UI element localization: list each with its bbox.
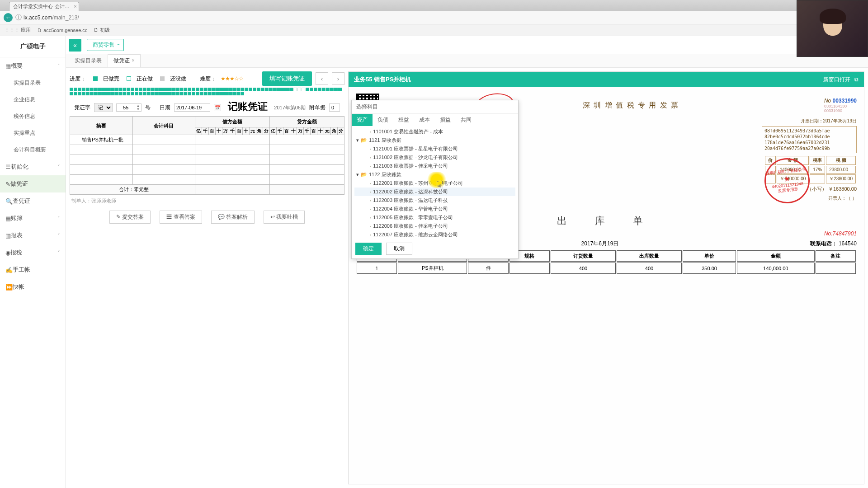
sidebar-sub-catalog[interactable]: 实操目录表 — [0, 75, 66, 91]
picker-tab-liability[interactable]: 负债 — [373, 114, 393, 126]
sidebar: 广硕电子 ▦ 概要˄ 实操目录表 企业信息 税务信息 实操重点 会计科目概要 ☰… — [0, 36, 66, 488]
tree-item[interactable]: ▾📂 1121 应收票据 — [354, 136, 515, 145]
top-bar: « 商贸零售 张师师老师 (SVIP会员) — [66, 36, 868, 54]
voucher-header-form: 凭证字 记 ▲▼ 号 日期 📅 记账凭证 2017年第06期 附单据 — [70, 99, 344, 116]
open-new-window-button[interactable]: 新窗口打开 ⧉ — [823, 76, 859, 84]
total-cell: 合计：零元整 — [70, 185, 195, 195]
tree-item[interactable]: ▪ 1121001 应收票据 - 星星电子有限公司 — [354, 145, 515, 153]
summary-cell[interactable]: 销售PS并柜机一批 — [70, 135, 133, 145]
sidebar-item-taxfile[interactable]: ◉ 报税˅ — [0, 244, 66, 261]
explain-answer-button[interactable]: 💬 答案解析 — [211, 211, 255, 224]
bookmark-bar: ⋮⋮⋮ 应用 🗋 acc5com.gensee.cc 🗋 初级 — [0, 24, 868, 36]
attach-count-input[interactable] — [329, 103, 340, 112]
sidebar-sub-tax[interactable]: 税务信息 — [0, 108, 66, 125]
calendar-icon[interactable]: 📅 — [214, 104, 221, 111]
bookmark-item[interactable]: 🗋 初级 — [94, 27, 110, 33]
business-type-select[interactable]: 商贸零售 — [87, 39, 124, 51]
sidebar-item-overview[interactable]: ▦ 概要˄ — [0, 57, 66, 75]
subject-cell[interactable] — [132, 135, 195, 145]
submit-answer-button[interactable]: ✎ 提交答案 — [109, 211, 151, 224]
sidebar-item-query-voucher[interactable]: 🔍 查凭证 — [0, 192, 66, 210]
tree-item[interactable]: ▪ 1122007 应收账款 - 维志云企网络公司 — [354, 230, 515, 239]
close-icon[interactable]: × — [74, 4, 76, 9]
sidebar-item-init[interactable]: ☰ 初始化˅ — [0, 158, 66, 175]
browser-tab-strip: 会计学堂实操中心-会计… × — [0, 0, 868, 11]
progress-grid — [70, 88, 344, 95]
tree-item[interactable]: ▪ 1122006 应收账款 - 佳采电子公司 — [354, 222, 515, 230]
bookmark-item[interactable]: 🗋 acc5com.gensee.cc — [37, 28, 87, 33]
business-detail-panel: 业务55 销售PS并柜机 新窗口打开 ⧉ 发票联 0301164130 深 圳 … — [348, 71, 864, 484]
tab-catalog[interactable]: 实操目录表 — [69, 54, 108, 67]
chevron-up-icon: ˄ — [57, 63, 60, 69]
sidebar-sub-subjects[interactable]: 会计科目概要 — [0, 141, 66, 158]
webcam-overlay — [797, 0, 868, 57]
fill-voucher-button[interactable]: 填写记账凭证 — [262, 71, 312, 86]
tree-item[interactable]: ▪ 1121002 应收票据 - 沙龙电子有限公司 — [354, 153, 515, 162]
sidebar-item-report[interactable]: ▥ 报表˅ — [0, 227, 66, 244]
confirm-button[interactable]: 确定 — [355, 243, 382, 255]
feedback-button[interactable]: ↩ 我要吐槽 — [264, 211, 305, 224]
cancel-button[interactable]: 取消 — [386, 243, 412, 255]
voucher-date-input[interactable] — [174, 103, 210, 112]
sidebar-sub-keypoints[interactable]: 实操重点 — [0, 125, 66, 141]
voucher-word-select[interactable]: 记 — [94, 103, 113, 112]
spinner-down-icon[interactable]: ▼ — [135, 108, 141, 111]
sidebar-sub-company[interactable]: 企业信息 — [0, 91, 66, 108]
prev-button[interactable]: ‹ — [316, 72, 328, 85]
chevron-down-icon: ˅ — [57, 250, 60, 256]
tab-title: 会计学堂实操中心-会计… — [13, 4, 70, 9]
picker-tab-equity[interactable]: 权益 — [393, 114, 414, 126]
tab-make-voucher[interactable]: 做凭证× — [108, 54, 141, 67]
picker-tabs: 资产 负债 权益 成本 损益 共同 — [352, 114, 518, 126]
collapse-sidebar-button[interactable]: « — [69, 39, 81, 52]
progress-legend: 进度： 已做完 正在做 还没做 难度： ★★★☆☆ 填写记账凭证 ‹ › — [70, 71, 344, 86]
tree-item[interactable]: ▪ 1122001 应收账款 - 苏州立志涛电子公司 — [354, 179, 515, 188]
sidebar-item-quick[interactable]: ⏩ 快帐 — [0, 278, 66, 296]
tree-item[interactable]: ▪ 1121003 应收票据 - 佳采电子公司 — [354, 162, 515, 170]
tree-item[interactable]: ▾📂 1122 应收账款 — [354, 170, 515, 179]
picker-tab-cost[interactable]: 成本 — [414, 114, 435, 126]
sidebar-item-make-voucher[interactable]: ✎ 做凭证 — [0, 175, 66, 192]
site-info-icon[interactable]: ⓘ — [15, 14, 22, 22]
next-button[interactable]: › — [332, 72, 344, 85]
address-bar: ← ⓘ lx.acc5.com/main_213/ — [0, 11, 868, 24]
tree-item[interactable]: ▪ 1101001 交易性金融资产 - 成本 — [354, 127, 515, 136]
chevron-down-icon: ˅ — [57, 216, 60, 221]
spinner-up-icon[interactable]: ▲ — [135, 104, 141, 108]
chevron-down-icon: ˅ — [57, 164, 60, 170]
browser-tab[interactable]: 会计学堂实操中心-会计… × — [9, 2, 79, 11]
invoice-hash: 08fd069511Z949373d0a5fae 82be0c5cdcd5072… — [762, 126, 857, 153]
view-answer-button[interactable]: ☰ 查看答案 — [160, 211, 202, 224]
chevron-down-icon: ˅ — [57, 233, 60, 239]
maker-info: 制单人：张师师老师 — [70, 197, 344, 204]
tree-item[interactable]: ▪ 1122003 应收账款 - 温达电子科技 — [354, 196, 515, 205]
picker-tab-asset[interactable]: 资产 — [352, 114, 373, 126]
close-icon[interactable]: × — [132, 57, 135, 64]
picker-tab-common[interactable]: 共同 — [456, 114, 476, 126]
tree-item[interactable]: ▪ 1122004 应收账款 - 华普电子公司 — [354, 205, 515, 213]
difficulty-stars: ★★★☆☆ — [221, 75, 243, 82]
invoice-no: No 00331990 030116413000331990 — [824, 98, 857, 113]
company-title: 广硕电子 — [0, 36, 66, 57]
subject-picker-dialog: 选择科目 资产 负债 权益 成本 损益 共同 ▪ 1101001 交易性金融资产… — [351, 100, 519, 259]
delivery-no: No:74847901 — [824, 230, 857, 238]
tree-item[interactable]: ▪ 1122002 应收账款 - 达深科技公司 — [354, 188, 515, 196]
url-display[interactable]: lx.acc5.com/main_213/ — [24, 14, 79, 21]
back-icon[interactable]: ← — [4, 13, 13, 22]
biz-header: 业务55 销售PS并柜机 新窗口打开 ⧉ — [349, 72, 864, 87]
tree-item[interactable]: ▪ 1122005 应收账款 - 零零壹电子公司 — [354, 213, 515, 222]
voucher-number-input[interactable] — [117, 104, 135, 111]
sidebar-item-ledger[interactable]: ▤ 账簿˅ — [0, 210, 66, 227]
apps-shortcut[interactable]: ⋮⋮⋮ 应用 — [5, 27, 31, 33]
picker-tab-pl[interactable]: 损益 — [435, 114, 456, 126]
voucher-title: 记账凭证 — [225, 100, 270, 113]
sidebar-item-manual[interactable]: ✍ 手工帐 — [0, 261, 66, 278]
voucher-table: 摘要 会计科目 借方金额 贷方金额 亿千百十万千百十元角分亿千百十万千百十元角分… — [70, 116, 344, 195]
page-tabs: 实操目录表 做凭证× — [66, 54, 868, 68]
subject-tree[interactable]: ▪ 1101001 交易性金融资产 - 成本▾📂 1121 应收票据▪ 1121… — [352, 126, 518, 239]
picker-title: 选择科目 — [352, 100, 518, 114]
